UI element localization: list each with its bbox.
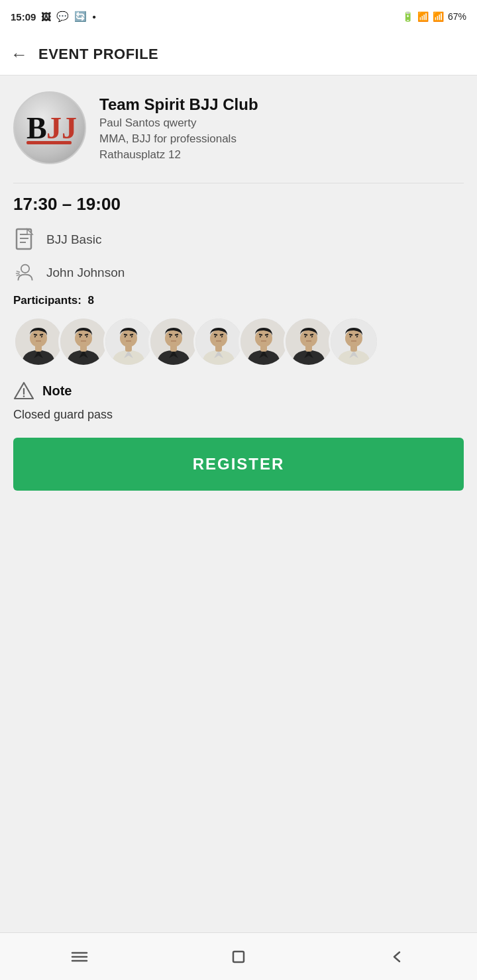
svg-line-23: [80, 336, 81, 337]
svg-line-41: [169, 334, 172, 335]
sync-icon: 🔄: [74, 11, 87, 23]
alert-triangle-icon: [13, 380, 34, 401]
club-logo-inner: B JJ: [23, 108, 76, 148]
svg-line-74: [355, 334, 358, 335]
nav-home-button[interactable]: [229, 947, 248, 967]
alert-icon: [13, 380, 34, 401]
document-icon-container: [13, 228, 37, 252]
svg-line-34: [130, 334, 133, 335]
svg-line-66: [310, 334, 313, 335]
svg-line-73: [349, 334, 352, 335]
page-title: EVENT PROFILE: [38, 46, 158, 63]
avatars-row: [13, 317, 464, 367]
svg-text:JJ: JJ: [46, 111, 76, 145]
svg-point-70: [345, 330, 362, 347]
svg-line-57: [259, 334, 262, 335]
svg-line-40: [176, 336, 178, 337]
status-time: 15:09 🖼 💬 🔄 •: [11, 11, 96, 23]
participants-label: Participants: 8: [13, 294, 464, 307]
avatar-1: [13, 317, 64, 367]
club-section: B JJ Team Spirit BJJ Club Paul Santos qw…: [13, 91, 464, 164]
svg-line-26: [85, 334, 88, 335]
svg-point-78: [23, 395, 25, 397]
svg-line-50: [220, 334, 223, 335]
svg-line-42: [175, 334, 178, 335]
club-organizer: Paul Santos qwerty: [99, 117, 258, 130]
svg-line-32: [131, 336, 132, 337]
class-row: BJJ Basic: [13, 228, 464, 252]
avatar-2: [58, 317, 109, 367]
status-bar: 15:09 🖼 💬 🔄 • 🔋 📶 📶 67%: [0, 0, 477, 33]
svg-point-30: [120, 330, 137, 347]
club-info: Team Spirit BJJ Club Paul Santos qwerty …: [99, 91, 258, 162]
avatar-5: [193, 317, 244, 367]
svg-line-39: [170, 336, 171, 337]
svg-line-65: [304, 334, 307, 335]
whatsapp-icon: 💬: [56, 11, 69, 23]
club-location: Rathausplatz 12: [99, 148, 258, 162]
svg-point-54: [255, 330, 272, 347]
avatar-6: [238, 317, 289, 367]
svg-line-33: [124, 334, 127, 335]
battery-icon: 🔋: [402, 11, 413, 22]
note-text: Closed guard pass: [13, 408, 113, 421]
register-button[interactable]: REGISTER: [13, 438, 464, 491]
svg-line-48: [221, 336, 223, 337]
separator-1: [13, 183, 464, 183]
svg-line-24: [86, 336, 87, 337]
svg-line-17: [34, 334, 37, 335]
status-right: 🔋 📶 📶 67%: [402, 11, 466, 22]
wifi-icon: 📶: [417, 11, 429, 22]
menu-icon: [70, 947, 89, 967]
avatar-3: [103, 317, 154, 367]
svg-point-22: [75, 330, 92, 347]
time-section: 17:30 – 19:00: [13, 194, 464, 215]
note-title: Note: [42, 383, 72, 399]
participants-section: Participants: 8: [13, 294, 464, 367]
instructor-icon: [15, 263, 35, 283]
event-time: 17:30 – 19:00: [13, 194, 121, 214]
svg-line-58: [265, 334, 268, 335]
svg-line-11: [17, 275, 20, 276]
participants-count: 8: [87, 294, 93, 307]
instructor-icon-container: [13, 261, 37, 285]
svg-line-47: [215, 336, 216, 337]
back-button[interactable]: ←: [11, 46, 28, 63]
svg-point-14: [30, 330, 47, 347]
svg-line-18: [40, 334, 43, 335]
svg-point-8: [21, 265, 29, 273]
svg-point-62: [300, 330, 317, 347]
svg-line-71: [350, 336, 351, 337]
signal-icon: 📶: [433, 11, 444, 22]
main-content: B JJ Team Spirit BJJ Club Paul Santos qw…: [0, 75, 477, 507]
avatar-4: [148, 317, 199, 367]
svg-rect-2: [26, 141, 72, 144]
battery-percent: 67%: [448, 11, 466, 22]
nav-back-button[interactable]: [388, 947, 407, 967]
nav-menu-button[interactable]: [70, 947, 89, 967]
svg-line-25: [79, 334, 82, 335]
svg-point-38: [165, 330, 182, 347]
svg-line-15: [34, 336, 36, 337]
participants-label-text: Participants:: [13, 294, 81, 307]
header: ← EVENT PROFILE: [0, 33, 477, 75]
svg-text:B: B: [26, 111, 47, 145]
club-discipline: MMA, BJJ for professionals: [99, 132, 258, 146]
svg-line-56: [266, 336, 268, 337]
register-button-container: REGISTER: [13, 438, 464, 507]
club-name: Team Spirit BJJ Club: [99, 95, 258, 114]
svg-line-63: [305, 336, 306, 337]
photo-icon: 🖼: [41, 11, 51, 23]
document-icon: [15, 228, 35, 252]
bottom-nav: [0, 932, 477, 980]
instructor-row: John Johnson: [13, 261, 464, 285]
svg-line-9: [17, 271, 20, 272]
note-header: Note: [13, 380, 464, 401]
instructor-name: John Johnson: [46, 266, 125, 280]
svg-line-72: [356, 336, 358, 337]
time-text: 15:09: [11, 11, 36, 23]
svg-line-64: [311, 336, 313, 337]
note-section: Note Closed guard pass: [13, 380, 464, 422]
back-nav-icon: [388, 947, 407, 967]
club-logo: B JJ: [13, 91, 86, 164]
